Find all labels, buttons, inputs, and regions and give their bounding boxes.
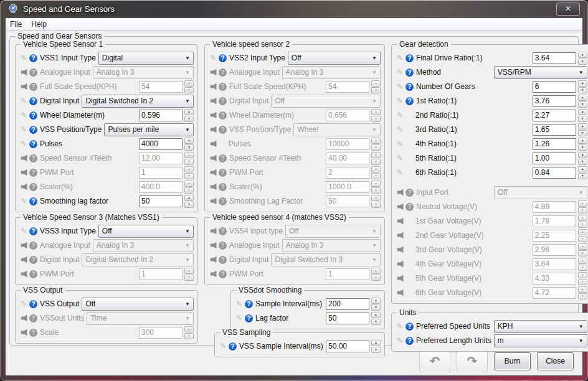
spin-down-button[interactable]: ▼ [184, 144, 194, 151]
vss3-input-type-select[interactable]: Off▼ [98, 225, 194, 238]
help-icon[interactable]: ? [29, 54, 37, 62]
help-icon[interactable]: ? [219, 126, 227, 134]
help-icon[interactable]: ? [29, 97, 37, 105]
help-icon[interactable]: ? [405, 203, 414, 211]
vss2-input-type-select[interactable]: Off▼ [288, 52, 381, 65]
spin-down-button[interactable]: ▼ [578, 87, 587, 93]
help-icon[interactable]: ? [405, 337, 414, 345]
method-select[interactable]: VSS/RPM▼ [494, 66, 587, 79]
help-icon[interactable]: ? [29, 227, 37, 235]
spin-down-button[interactable]: ▼ [578, 159, 587, 165]
help-icon[interactable]: ? [29, 314, 37, 322]
lag-factor-input[interactable] [326, 313, 369, 324]
help-icon[interactable]: ? [405, 189, 414, 197]
spin-up-button[interactable]: ▲ [578, 166, 587, 172]
help-icon[interactable]: ? [405, 68, 414, 77]
menu-file[interactable]: File [10, 20, 22, 29]
preferred-length-units-select[interactable]: m▼ [494, 334, 587, 347]
spin-down-button[interactable]: ▼ [578, 144, 587, 151]
help-icon[interactable]: ? [29, 140, 37, 148]
spin-up-button[interactable]: ▲ [578, 95, 587, 101]
spin-up-button[interactable]: ▲ [578, 109, 587, 115]
vss1-input-type-select[interactable]: Digital▼ [98, 52, 194, 65]
vss-output-select[interactable]: Off▼ [82, 298, 194, 311]
help-icon[interactable]: ? [219, 256, 227, 264]
pulses-input[interactable] [139, 138, 183, 150]
4th-ratio-1-input[interactable] [533, 138, 576, 150]
spin-down-button[interactable]: ▼ [578, 101, 587, 108]
help-icon[interactable]: ? [405, 83, 414, 91]
help-icon[interactable]: ? [219, 242, 227, 250]
help-icon[interactable]: ? [29, 83, 37, 91]
help-icon[interactable]: ? [405, 97, 414, 105]
spin-down-button[interactable]: ▼ [371, 347, 381, 353]
vss-position-type-select[interactable]: Pulses per mile▼ [104, 123, 194, 136]
help-icon[interactable]: ? [219, 111, 227, 120]
spin-down-button[interactable]: ▼ [578, 59, 587, 65]
spin-up-button[interactable]: ▲ [578, 138, 587, 144]
spin-up-button[interactable]: ▲ [184, 138, 194, 144]
spin-up-button[interactable]: ▲ [184, 195, 194, 201]
help-icon[interactable]: ? [29, 329, 37, 337]
help-icon[interactable]: ? [29, 270, 37, 278]
spin-up-button[interactable]: ▲ [184, 109, 194, 115]
menu-help[interactable]: Help [31, 20, 47, 29]
help-icon[interactable]: ? [405, 322, 414, 331]
sample-interval-ms-input[interactable] [326, 298, 369, 310]
burn-button[interactable]: Burn [494, 352, 531, 370]
final-drive-ratio-1-input[interactable] [533, 52, 576, 64]
help-icon[interactable]: ? [29, 169, 37, 177]
close-button[interactable]: Close [537, 352, 574, 370]
spin-up-button[interactable]: ▲ [371, 298, 381, 304]
smoothing-lag-factor-input[interactable] [139, 195, 183, 207]
window-close-button[interactable]: ✕ [556, 2, 580, 16]
help-icon[interactable]: ? [219, 54, 227, 62]
spin-up-button[interactable]: ▲ [578, 80, 587, 87]
preferred-speed-units-select[interactable]: KPH▼ [494, 320, 587, 333]
help-icon[interactable]: ? [29, 68, 37, 77]
5th-ratio-1-input[interactable] [533, 153, 576, 164]
number-of-gears-input[interactable] [533, 81, 576, 93]
help-icon[interactable]: ? [219, 169, 227, 177]
digital-input-select[interactable]: Digital Switched In 2▼ [82, 95, 194, 108]
spin-up-button[interactable]: ▲ [578, 152, 587, 158]
help-icon[interactable]: ? [29, 154, 37, 162]
vss-sample-interval-ms-input[interactable] [326, 341, 369, 352]
help-icon[interactable]: ? [405, 54, 414, 62]
spin-down-button[interactable]: ▼ [371, 304, 381, 311]
undo-button[interactable]: ↶ [419, 350, 450, 372]
spin-down-button[interactable]: ▼ [578, 130, 587, 136]
6th-ratio-1-input[interactable] [533, 167, 576, 179]
help-icon[interactable]: ? [219, 197, 227, 205]
help-icon[interactable]: ? [29, 197, 37, 205]
3rd-ratio-1-input[interactable] [533, 124, 576, 136]
spin-up-button[interactable]: ▲ [578, 52, 587, 58]
help-icon[interactable]: ? [29, 242, 37, 250]
spin-down-button[interactable]: ▼ [578, 173, 587, 179]
help-icon[interactable]: ? [219, 83, 227, 91]
spin-down-button[interactable]: ▼ [184, 116, 194, 122]
help-icon[interactable]: ? [219, 68, 227, 77]
help-icon[interactable]: ? [245, 300, 253, 308]
2nd-ratio-1-input[interactable] [533, 110, 576, 121]
spin-down-button[interactable]: ▼ [578, 116, 587, 122]
help-icon[interactable]: ? [29, 111, 37, 120]
help-icon[interactable]: ? [219, 183, 227, 191]
spin-up-button[interactable]: ▲ [578, 123, 587, 129]
help-icon[interactable]: ? [229, 342, 237, 350]
help-icon[interactable]: ? [29, 126, 37, 134]
help-icon[interactable]: ? [29, 300, 37, 308]
spin-up-button[interactable]: ▲ [371, 340, 381, 346]
spin-up-button[interactable]: ▲ [371, 312, 381, 318]
spin-down-button[interactable]: ▼ [371, 319, 381, 325]
help-icon[interactable]: ? [29, 256, 37, 264]
spin-down-button[interactable]: ▼ [184, 202, 194, 208]
help-icon[interactable]: ? [29, 183, 37, 191]
help-icon[interactable]: ? [219, 97, 227, 105]
1st-ratio-1-input[interactable] [533, 95, 576, 107]
help-icon[interactable]: ? [219, 154, 227, 162]
help-icon[interactable]: ? [219, 227, 227, 235]
help-icon[interactable]: ? [219, 270, 227, 278]
redo-button[interactable]: ↷ [457, 350, 488, 372]
help-icon[interactable]: ? [245, 314, 253, 322]
